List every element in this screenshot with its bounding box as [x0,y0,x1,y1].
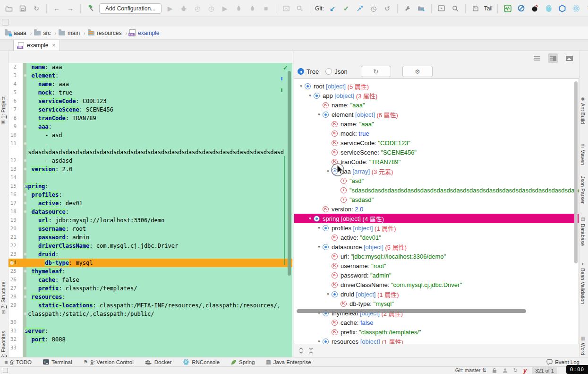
run-icon[interactable]: ▶ [165,3,175,14]
breadcrumb-item-src[interactable]: src› [34,30,56,36]
chevron-expanded-icon[interactable]: ▼ [316,113,322,117]
chevron-expanded-icon[interactable]: ▼ [316,245,322,249]
fold-handle-icon[interactable] [24,142,27,145]
editor-line[interactable]: classpath:/static/,classpath:/public/ [9,310,292,318]
monitor-plugin-icon[interactable] [503,3,513,14]
fold-handle-icon[interactable] [24,210,27,213]
tree-node-version[interactable]: Kversion: 2.0 [294,204,579,214]
editor-line-15[interactable]: 15spring: [9,182,292,191]
editor-line-22[interactable]: 22 driverClassName: com.mysql.cj.jdbc.Dr… [9,242,292,250]
toolwindow-button-java-enterprise[interactable]: ▦Java Enterprise [266,359,311,365]
editor-line-10[interactable]: 10 - asd [9,131,292,139]
editor-line-5[interactable]: 5 mock: true [9,88,292,97]
attach-debugger-icon[interactable] [233,3,244,14]
fold-handle-icon[interactable] [24,329,27,332]
tree-radio[interactable]: Tree [298,68,319,75]
editor-line-24[interactable]: 24 db-type: mysql [9,259,292,267]
editor-line-21[interactable]: 21 password: admin [9,233,292,242]
breadcrumb-item-main[interactable]: main› [59,30,85,36]
youtrack-icon[interactable]: y [523,367,527,374]
tree-node-aaa[interactable]: ▼aaaa [array] (3 元素) [294,166,579,176]
editor-line-31[interactable]: 31server: [9,327,292,335]
tool-strip-tab-maven[interactable]: mMaven [580,144,586,165]
bomb-plugin-icon[interactable] [530,3,540,14]
breadcrumb-item-example[interactable]: example [129,29,159,36]
fold-handle-icon[interactable] [24,184,27,188]
fold-handle-icon[interactable] [24,252,27,256]
toolwindow-button-9-version-control[interactable]: ⚑9: Version Control [84,359,134,365]
tool-strip-tab-database[interactable]: ▤Database [580,217,586,246]
stop-icon[interactable]: ■ [261,3,271,14]
editor-line-27[interactable]: 27 prefix: classpath:/templates/ [9,284,292,293]
tool-strip-tab-bean-validation[interactable]: ◗Bean Validation [580,261,586,304]
run-anything-icon[interactable] [436,3,447,14]
git-commit-icon[interactable]: ✓ [341,3,351,14]
caret-position[interactable]: 321 of 1 [532,367,557,374]
editor-line-4[interactable]: 4 name: aaa [9,80,292,88]
refresh-button[interactable]: ↻ [361,66,391,77]
chevron-expanded-icon[interactable]: ▼ [307,217,313,221]
editor-line-7[interactable]: 7 serviceScene: SCENE456 [9,105,292,114]
history-icon[interactable]: ◷ [368,3,379,14]
tab-example[interactable]: example × [13,40,60,51]
tree-node-serviceCode[interactable]: KserviceCode: "CODE123" [294,138,579,148]
horizontal-scrollbar[interactable] [297,309,526,313]
tree-node-spring[interactable]: ▼spring [object] (4 属性) [294,214,579,223]
tree-node-driverClassName[interactable]: KdriverClassName: "com.mysql.cj.jdbc.Dri… [294,280,579,289]
git-branch-widget[interactable]: Git: master ⇅ [455,367,486,374]
toggle-toolwindows-icon[interactable] [3,368,8,373]
git-merge-icon[interactable] [355,3,365,14]
fold-handle-icon[interactable] [24,287,27,290]
editor-line[interactable] [9,352,292,357]
event-log-button[interactable]: Event Log [546,359,579,365]
fold-handle-icon[interactable] [24,74,27,77]
editor-line-8[interactable]: 8 tranCode: TRAN789 [9,114,292,122]
editor-line-26[interactable]: 26 cache: false [9,276,292,284]
debug-icon[interactable] [179,3,189,14]
editor-line-28[interactable]: 28 resources: [9,293,292,301]
fold-handle-icon[interactable] [24,295,27,298]
toolwindow-button-spring[interactable]: Spring [231,359,255,365]
attach-profiler-icon[interactable] [247,3,257,14]
gopher-plugin-icon[interactable] [544,3,554,14]
chevron-expanded-icon[interactable]: ▼ [316,226,322,230]
tree-node-druid[interactable]: ▼druid [object] (1 属性) [294,289,579,299]
toolwindow-button-terminal[interactable]: Terminal [43,359,72,365]
open-icon[interactable] [4,3,14,14]
editor-line-29[interactable]: 29 static-locations: classpath:/META-INF… [9,301,292,310]
editor-line-14[interactable]: 14 [9,174,292,182]
save-run-config-icon[interactable] [470,3,481,14]
editor[interactable]: ✓ 2 name: aaa3 element:4 name: aaa5 mock… [9,51,293,357]
editor-line-6[interactable]: 6 serviceCode: CODE123 [9,97,292,105]
coverage-icon[interactable]: ◷ [206,3,216,14]
editor-line[interactable]: sdasdsdasdsdasdsdasdsdasdsdasdsdasdsdasd… [9,148,292,157]
add-configuration-button[interactable]: Add Configuration... [99,3,162,14]
tool-strip-tab-json-parser[interactable]: Json Parser [580,176,586,204]
tree-node-element[interactable]: ▼element [object] (6 属性) [294,110,579,119]
chevron-expanded-icon[interactable]: ▼ [298,84,304,88]
editor-line-17[interactable]: 17 active: dev01 [9,199,292,208]
download-sources-icon[interactable] [295,3,305,14]
breadcrumb-item-aaaa[interactable]: aaaa› [5,30,32,36]
editor-scrollbar[interactable] [288,71,291,276]
split-view-icon[interactable] [548,53,558,63]
sync-status-icon[interactable]: ↻ [513,367,518,374]
editor-line-16[interactable]: 16 profiles: [9,191,292,199]
git-update-icon[interactable]: ↙ [327,3,338,14]
editor-line-25[interactable]: 25 thymeleaf: [9,267,292,276]
toolwindow-button-6-todo[interactable]: ≡6: TODO [5,359,32,365]
run-secondary-icon[interactable]: ▶ [220,3,230,14]
tree-node-password[interactable]: Kpassword: "admin" [294,270,579,280]
forward-icon[interactable]: → [65,3,76,14]
inspections-ok-icon[interactable]: ✓ [283,64,288,71]
editor-line-13[interactable]: 13 version: 2.0 [9,165,292,174]
chevron-expanded-icon[interactable]: ▼ [325,169,331,174]
editor-line-32[interactable]: 32 port: 8088 [9,335,292,344]
editor-line-3[interactable]: 3 element: [9,71,292,80]
tree-node-username[interactable]: Kusername: "root" [294,261,579,270]
restore-layout-icon[interactable] [281,3,291,14]
tree-node-profiles[interactable]: ▼profiles [object] (1 属性) [294,223,579,233]
save-icon[interactable] [17,3,28,14]
back-icon[interactable]: ← [51,3,62,14]
hexagon-plugin-icon[interactable] [557,3,568,14]
